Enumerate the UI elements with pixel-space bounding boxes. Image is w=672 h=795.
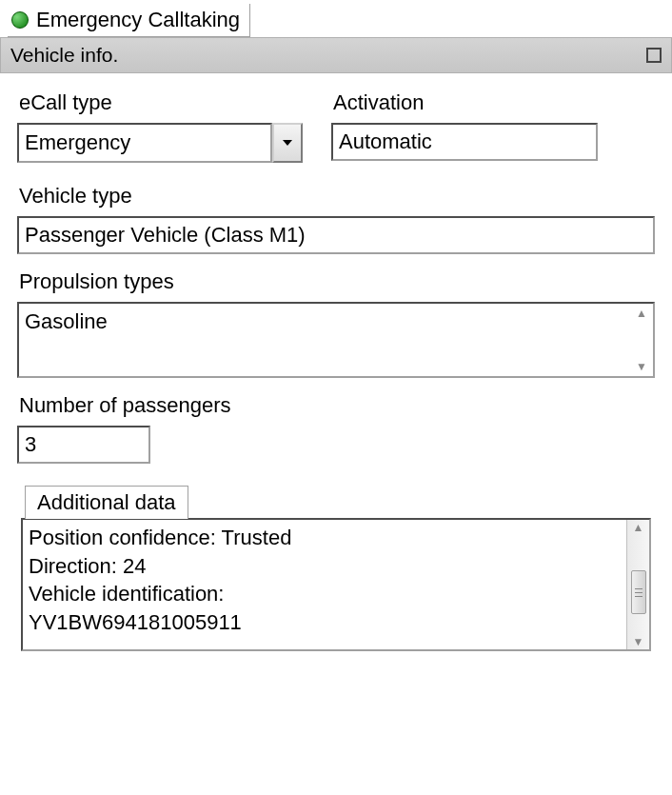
activation-label: Activation — [331, 90, 598, 115]
panel-header: Vehicle info. — [0, 37, 672, 73]
tab-label: Emergency Calltaking — [36, 8, 240, 32]
propulsion-listbox[interactable]: Gasoline ▲ ▼ — [17, 302, 655, 378]
ecall-type-value: Emergency — [17, 123, 272, 163]
propulsion-value: Gasoline — [19, 304, 630, 376]
sub-tab-bar: Additional data — [17, 485, 655, 518]
scroll-up-icon[interactable]: ▲ — [636, 308, 647, 319]
scroll-up-icon[interactable]: ▲ — [633, 522, 644, 533]
dropdown-button[interactable] — [272, 123, 303, 163]
panel-title: Vehicle info. — [10, 44, 118, 67]
activation-field: Automatic — [331, 123, 598, 161]
tab-additional-data[interactable]: Additional data — [25, 486, 188, 519]
passengers-input[interactable] — [17, 426, 150, 464]
status-icon — [11, 11, 29, 29]
ecall-type-label: eCall type — [17, 90, 303, 115]
additional-data-textarea[interactable]: Position confidence: Trusted Direction: … — [21, 518, 651, 651]
chevron-down-icon — [282, 139, 293, 147]
panel-body: eCall type Emergency Activation Automati… — [0, 73, 672, 659]
vehicle-type-field: Passenger Vehicle (Class M1) — [17, 216, 655, 254]
scroll-thumb[interactable] — [631, 570, 646, 614]
passengers-label: Number of passengers — [17, 393, 303, 418]
maximize-icon[interactable] — [646, 48, 662, 63]
ecall-type-select[interactable]: Emergency — [17, 123, 303, 163]
tab-emergency-calltaking[interactable]: Emergency Calltaking — [8, 4, 250, 37]
vehicle-type-label: Vehicle type — [17, 184, 655, 209]
propulsion-label: Propulsion types — [17, 269, 655, 294]
scroll-down-icon[interactable]: ▼ — [633, 636, 644, 647]
scrollbar[interactable]: ▲ ▼ — [626, 520, 649, 649]
scroll-down-icon[interactable]: ▼ — [636, 361, 647, 372]
scrollbar[interactable]: ▲ ▼ — [630, 304, 653, 376]
main-tab-bar: Emergency Calltaking — [0, 0, 672, 37]
additional-data-text: Position confidence: Trusted Direction: … — [23, 520, 626, 649]
